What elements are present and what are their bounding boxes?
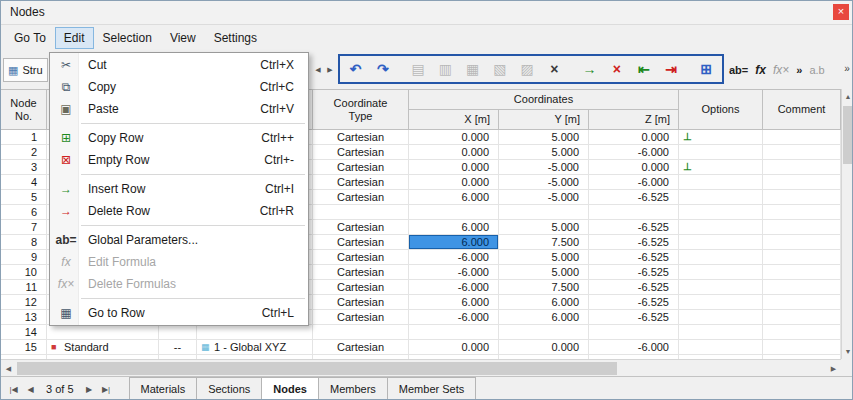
cell-y[interactable]: 7.500 [499, 280, 589, 295]
previous-table-button[interactable]: ◀ [22, 379, 39, 399]
cell-coordinate-type[interactable]: Cartesian [313, 160, 409, 175]
cell-x[interactable]: 6.000 [409, 190, 499, 205]
cell-y[interactable]: 6.000 [499, 310, 589, 325]
cell-x[interactable]: -6.000 [409, 280, 499, 295]
edit-menu-item-copy[interactable]: ⧉CopyCtrl+C [50, 76, 308, 98]
cell-node-no[interactable]: 15 [1, 340, 47, 355]
column-header-z[interactable]: Z [m] [589, 110, 679, 130]
cell-coordinate-type[interactable] [313, 205, 409, 220]
delete-row-icon[interactable]: × [605, 57, 628, 81]
edit-menu-item-paste[interactable]: ▣PasteCtrl+V [50, 98, 308, 120]
cell-z[interactable]: -6.525 [589, 235, 679, 250]
cell-y[interactable] [499, 205, 589, 220]
cell-options[interactable] [679, 235, 763, 250]
move-row-right-icon[interactable]: ⇥ [660, 57, 683, 81]
cell-comment[interactable] [763, 295, 841, 310]
edit-menu-item-empty-row[interactable]: ⊠Empty RowCtrl+- [50, 149, 308, 171]
column-header-coordinate-type[interactable]: Coordinate Type [313, 90, 409, 130]
cell-x[interactable]: -6.000 [409, 265, 499, 280]
cell-node-no[interactable]: 2 [1, 145, 47, 160]
cell-options[interactable] [679, 280, 763, 295]
cell-z[interactable]: -6.000 [589, 340, 679, 355]
cell-x[interactable]: 6.000 [409, 235, 499, 250]
cell-coordinate-type[interactable]: Cartesian [313, 340, 409, 355]
cell-y[interactable] [499, 325, 589, 340]
column-header-x[interactable]: X [m] [409, 110, 499, 130]
column-header-comment[interactable]: Comment [763, 90, 841, 130]
menubar-item-settings[interactable]: Settings [205, 27, 266, 49]
edit-menu-item-cut[interactable]: ✂CutCtrl+X [50, 54, 308, 76]
edit-menu-item-copy-row[interactable]: ⊞Copy RowCtrl++ [50, 127, 308, 149]
cell-options[interactable] [679, 265, 763, 280]
cell-x[interactable]: 0.000 [409, 145, 499, 160]
column-header-options[interactable]: Options [679, 90, 763, 130]
cell-options[interactable] [679, 220, 763, 235]
menubar-item-selection[interactable]: Selection [94, 27, 161, 49]
cell-coordinate-type[interactable]: Cartesian [313, 280, 409, 295]
structure-selector[interactable]: ▦ Stru [3, 58, 48, 82]
tab-member-sets[interactable]: Member Sets [387, 377, 476, 400]
cell-node-no[interactable]: 5 [1, 190, 47, 205]
next-table-button[interactable]: ▶ [81, 379, 98, 399]
cell-z[interactable]: -6.525 [589, 295, 679, 310]
horizontal-scroll-thumb[interactable] [17, 362, 617, 375]
cell-comment[interactable] [763, 220, 841, 235]
cell-coordinate-system[interactable] [197, 325, 313, 340]
cell-node-no[interactable]: 10 [1, 265, 47, 280]
cell-coordinate-type[interactable]: Cartesian [313, 310, 409, 325]
cell-options[interactable]: ⊥ [679, 130, 763, 145]
cell-options[interactable] [679, 175, 763, 190]
cell-comment[interactable] [763, 235, 841, 250]
cell-coordinate-type[interactable]: Cartesian [313, 235, 409, 250]
cell-options[interactable] [679, 205, 763, 220]
cell-comment[interactable] [763, 250, 841, 265]
cell-y[interactable]: -5.000 [499, 160, 589, 175]
edit-menu-item-global-parameters[interactable]: ab=Global Parameters... [50, 229, 308, 251]
menubar-item-go-to[interactable]: Go To [5, 27, 55, 49]
cell-coordinate-type[interactable]: Cartesian [313, 175, 409, 190]
cell-z[interactable]: -6.525 [589, 220, 679, 235]
vertical-scrollbar[interactable]: ▲ ▼ [841, 89, 853, 359]
cell-node-no[interactable]: 12 [1, 295, 47, 310]
cell-z[interactable]: -6.525 [589, 190, 679, 205]
cell-z[interactable]: -6.000 [589, 145, 679, 160]
cell-node-no[interactable]: 1 [1, 130, 47, 145]
cell-node-no[interactable]: 4 [1, 175, 47, 190]
cell-x[interactable] [409, 205, 499, 220]
cell-reference-node[interactable] [159, 325, 197, 340]
cell-z[interactable]: 0.000 [589, 130, 679, 145]
toolbar-scroll-left-button[interactable]: ◀ [312, 59, 324, 81]
cell-z[interactable]: -6.000 [589, 175, 679, 190]
cell-x[interactable] [409, 325, 499, 340]
column-header-y[interactable]: Y [m] [499, 110, 589, 130]
cell-coordinate-type[interactable] [313, 325, 409, 340]
cell-y[interactable]: 5.000 [499, 265, 589, 280]
cell-comment[interactable] [763, 130, 841, 145]
cell-x[interactable]: 6.000 [409, 295, 499, 310]
cell-y[interactable]: -5.000 [499, 175, 589, 190]
cell-coordinate-type[interactable]: Cartesian [313, 295, 409, 310]
scroll-down-icon[interactable]: ▼ [842, 344, 853, 359]
cell-x[interactable]: -6.000 [409, 250, 499, 265]
cell-comment[interactable] [763, 280, 841, 295]
cell-comment[interactable] [763, 310, 841, 325]
column-header-node-no[interactable]: Node No. [1, 90, 47, 130]
cell-z[interactable]: -6.525 [589, 265, 679, 280]
select-next-icon[interactable]: ↷ [371, 57, 394, 81]
select-previous-icon[interactable]: ↶ [344, 57, 367, 81]
cell-z[interactable] [589, 205, 679, 220]
cell-coordinate-type[interactable]: Cartesian [313, 190, 409, 205]
cell-coordinate-type[interactable]: Cartesian [313, 220, 409, 235]
cell-x[interactable]: 0.000 [409, 160, 499, 175]
cell-node-type[interactable] [47, 325, 159, 340]
cell-node-no[interactable]: 6 [1, 205, 47, 220]
cell-coordinate-system[interactable]: ▦1 - Global XYZ [197, 340, 313, 355]
cell-z[interactable]: -6.525 [589, 280, 679, 295]
cell-options[interactable] [679, 145, 763, 160]
tab-materials[interactable]: Materials [129, 377, 198, 400]
clear-table-icon[interactable]: × [543, 57, 566, 81]
cell-node-no[interactable]: 11 [1, 280, 47, 295]
toolbar-scroll-right-button[interactable]: ▶ [324, 59, 336, 81]
cell-x[interactable]: 6.000 [409, 220, 499, 235]
cell-comment[interactable] [763, 205, 841, 220]
